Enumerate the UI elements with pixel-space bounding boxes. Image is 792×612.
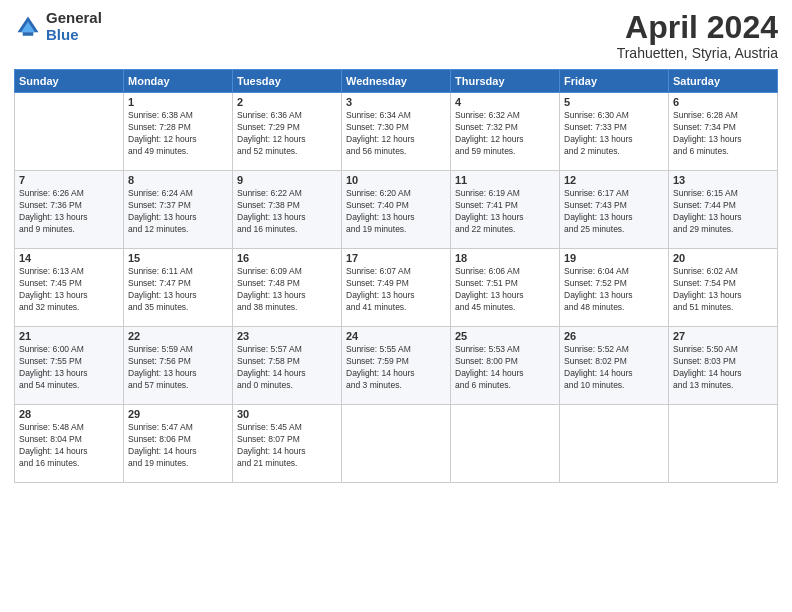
logo-text: General Blue <box>46 10 102 43</box>
calendar-cell: 17Sunrise: 6:07 AM Sunset: 7:49 PM Dayli… <box>342 249 451 327</box>
calendar-cell: 14Sunrise: 6:13 AM Sunset: 7:45 PM Dayli… <box>15 249 124 327</box>
calendar-cell: 24Sunrise: 5:55 AM Sunset: 7:59 PM Dayli… <box>342 327 451 405</box>
cell-info: Sunrise: 5:48 AM Sunset: 8:04 PM Dayligh… <box>19 422 119 470</box>
cell-info: Sunrise: 6:07 AM Sunset: 7:49 PM Dayligh… <box>346 266 446 314</box>
day-number: 10 <box>346 174 446 186</box>
day-number: 25 <box>455 330 555 342</box>
calendar-cell: 23Sunrise: 5:57 AM Sunset: 7:58 PM Dayli… <box>233 327 342 405</box>
calendar-table: SundayMondayTuesdayWednesdayThursdayFrid… <box>14 69 778 483</box>
calendar-cell: 2Sunrise: 6:36 AM Sunset: 7:29 PM Daylig… <box>233 93 342 171</box>
cell-info: Sunrise: 5:45 AM Sunset: 8:07 PM Dayligh… <box>237 422 337 470</box>
day-number: 11 <box>455 174 555 186</box>
calendar-week-row: 14Sunrise: 6:13 AM Sunset: 7:45 PM Dayli… <box>15 249 778 327</box>
calendar-week-row: 21Sunrise: 6:00 AM Sunset: 7:55 PM Dayli… <box>15 327 778 405</box>
day-number: 24 <box>346 330 446 342</box>
cell-info: Sunrise: 6:13 AM Sunset: 7:45 PM Dayligh… <box>19 266 119 314</box>
calendar-week-row: 28Sunrise: 5:48 AM Sunset: 8:04 PM Dayli… <box>15 405 778 483</box>
svg-rect-2 <box>23 32 34 36</box>
logo-icon <box>14 13 42 41</box>
cell-info: Sunrise: 5:47 AM Sunset: 8:06 PM Dayligh… <box>128 422 228 470</box>
calendar-cell: 29Sunrise: 5:47 AM Sunset: 8:06 PM Dayli… <box>124 405 233 483</box>
weekday-header: Friday <box>560 70 669 93</box>
day-number: 6 <box>673 96 773 108</box>
day-number: 3 <box>346 96 446 108</box>
calendar-cell: 26Sunrise: 5:52 AM Sunset: 8:02 PM Dayli… <box>560 327 669 405</box>
cell-info: Sunrise: 6:30 AM Sunset: 7:33 PM Dayligh… <box>564 110 664 158</box>
calendar-week-row: 1Sunrise: 6:38 AM Sunset: 7:28 PM Daylig… <box>15 93 778 171</box>
weekday-header: Saturday <box>669 70 778 93</box>
weekday-header: Thursday <box>451 70 560 93</box>
day-number: 14 <box>19 252 119 264</box>
calendar-cell <box>451 405 560 483</box>
calendar-cell: 5Sunrise: 6:30 AM Sunset: 7:33 PM Daylig… <box>560 93 669 171</box>
cell-info: Sunrise: 5:55 AM Sunset: 7:59 PM Dayligh… <box>346 344 446 392</box>
header: General Blue April 2024 Trahuetten, Styr… <box>14 10 778 61</box>
page: General Blue April 2024 Trahuetten, Styr… <box>0 0 792 612</box>
day-number: 7 <box>19 174 119 186</box>
weekday-row: SundayMondayTuesdayWednesdayThursdayFrid… <box>15 70 778 93</box>
day-number: 30 <box>237 408 337 420</box>
cell-info: Sunrise: 6:06 AM Sunset: 7:51 PM Dayligh… <box>455 266 555 314</box>
day-number: 22 <box>128 330 228 342</box>
weekday-header: Wednesday <box>342 70 451 93</box>
cell-info: Sunrise: 6:09 AM Sunset: 7:48 PM Dayligh… <box>237 266 337 314</box>
cell-info: Sunrise: 5:52 AM Sunset: 8:02 PM Dayligh… <box>564 344 664 392</box>
day-number: 20 <box>673 252 773 264</box>
cell-info: Sunrise: 6:36 AM Sunset: 7:29 PM Dayligh… <box>237 110 337 158</box>
calendar-cell: 7Sunrise: 6:26 AM Sunset: 7:36 PM Daylig… <box>15 171 124 249</box>
calendar-cell: 9Sunrise: 6:22 AM Sunset: 7:38 PM Daylig… <box>233 171 342 249</box>
day-number: 29 <box>128 408 228 420</box>
cell-info: Sunrise: 6:32 AM Sunset: 7:32 PM Dayligh… <box>455 110 555 158</box>
calendar-header: SundayMondayTuesdayWednesdayThursdayFrid… <box>15 70 778 93</box>
logo: General Blue <box>14 10 102 43</box>
cell-info: Sunrise: 6:34 AM Sunset: 7:30 PM Dayligh… <box>346 110 446 158</box>
cell-info: Sunrise: 6:38 AM Sunset: 7:28 PM Dayligh… <box>128 110 228 158</box>
day-number: 18 <box>455 252 555 264</box>
cell-info: Sunrise: 5:53 AM Sunset: 8:00 PM Dayligh… <box>455 344 555 392</box>
calendar-body: 1Sunrise: 6:38 AM Sunset: 7:28 PM Daylig… <box>15 93 778 483</box>
weekday-header: Tuesday <box>233 70 342 93</box>
day-number: 4 <box>455 96 555 108</box>
calendar-cell: 15Sunrise: 6:11 AM Sunset: 7:47 PM Dayli… <box>124 249 233 327</box>
location: Trahuetten, Styria, Austria <box>617 45 778 61</box>
calendar-cell: 18Sunrise: 6:06 AM Sunset: 7:51 PM Dayli… <box>451 249 560 327</box>
cell-info: Sunrise: 6:15 AM Sunset: 7:44 PM Dayligh… <box>673 188 773 236</box>
calendar-cell: 4Sunrise: 6:32 AM Sunset: 7:32 PM Daylig… <box>451 93 560 171</box>
title-block: April 2024 Trahuetten, Styria, Austria <box>617 10 778 61</box>
cell-info: Sunrise: 6:00 AM Sunset: 7:55 PM Dayligh… <box>19 344 119 392</box>
calendar-week-row: 7Sunrise: 6:26 AM Sunset: 7:36 PM Daylig… <box>15 171 778 249</box>
weekday-header: Sunday <box>15 70 124 93</box>
day-number: 19 <box>564 252 664 264</box>
cell-info: Sunrise: 6:04 AM Sunset: 7:52 PM Dayligh… <box>564 266 664 314</box>
calendar-cell: 1Sunrise: 6:38 AM Sunset: 7:28 PM Daylig… <box>124 93 233 171</box>
calendar-cell: 8Sunrise: 6:24 AM Sunset: 7:37 PM Daylig… <box>124 171 233 249</box>
day-number: 17 <box>346 252 446 264</box>
calendar-cell: 3Sunrise: 6:34 AM Sunset: 7:30 PM Daylig… <box>342 93 451 171</box>
calendar-cell <box>560 405 669 483</box>
day-number: 5 <box>564 96 664 108</box>
calendar-cell: 12Sunrise: 6:17 AM Sunset: 7:43 PM Dayli… <box>560 171 669 249</box>
calendar-cell: 22Sunrise: 5:59 AM Sunset: 7:56 PM Dayli… <box>124 327 233 405</box>
day-number: 28 <box>19 408 119 420</box>
month-title: April 2024 <box>617 10 778 45</box>
calendar-cell: 19Sunrise: 6:04 AM Sunset: 7:52 PM Dayli… <box>560 249 669 327</box>
day-number: 13 <box>673 174 773 186</box>
day-number: 9 <box>237 174 337 186</box>
day-number: 23 <box>237 330 337 342</box>
calendar-cell: 16Sunrise: 6:09 AM Sunset: 7:48 PM Dayli… <box>233 249 342 327</box>
day-number: 12 <box>564 174 664 186</box>
day-number: 16 <box>237 252 337 264</box>
calendar-cell: 11Sunrise: 6:19 AM Sunset: 7:41 PM Dayli… <box>451 171 560 249</box>
calendar-cell: 27Sunrise: 5:50 AM Sunset: 8:03 PM Dayli… <box>669 327 778 405</box>
calendar-cell: 10Sunrise: 6:20 AM Sunset: 7:40 PM Dayli… <box>342 171 451 249</box>
day-number: 2 <box>237 96 337 108</box>
calendar-cell <box>15 93 124 171</box>
cell-info: Sunrise: 5:50 AM Sunset: 8:03 PM Dayligh… <box>673 344 773 392</box>
day-number: 26 <box>564 330 664 342</box>
cell-info: Sunrise: 6:11 AM Sunset: 7:47 PM Dayligh… <box>128 266 228 314</box>
weekday-header: Monday <box>124 70 233 93</box>
cell-info: Sunrise: 6:19 AM Sunset: 7:41 PM Dayligh… <box>455 188 555 236</box>
day-number: 15 <box>128 252 228 264</box>
calendar-cell: 30Sunrise: 5:45 AM Sunset: 8:07 PM Dayli… <box>233 405 342 483</box>
day-number: 21 <box>19 330 119 342</box>
